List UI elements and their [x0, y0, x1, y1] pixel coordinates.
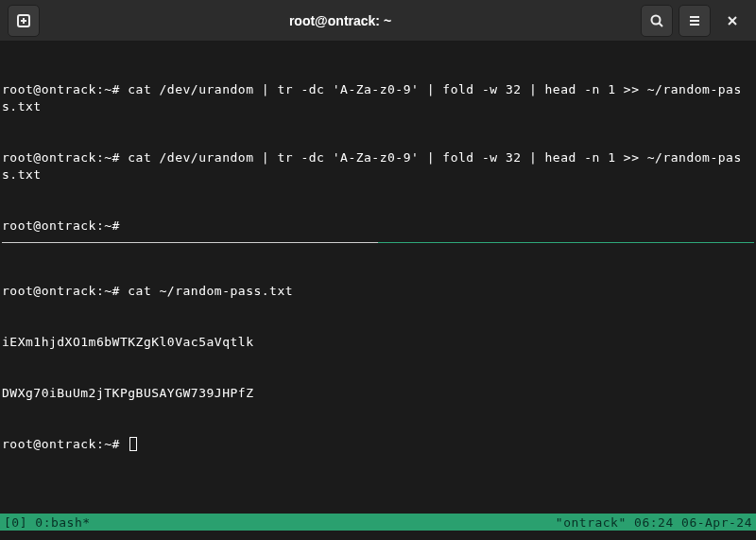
- prompt: root@ontrack:~#: [2, 150, 128, 165]
- menu-button[interactable]: [679, 5, 711, 37]
- command-line: root@ontrack:~# cat ~/random-pass.txt: [2, 283, 754, 300]
- current-prompt-line: root@ontrack:~#: [2, 436, 754, 453]
- pane-divider-active: [2, 242, 378, 243]
- prompt: root@ontrack:~#: [2, 437, 128, 451]
- close-icon: [726, 14, 739, 27]
- tmux-pane-bottom[interactable]: root@ontrack:~# cat ~/random-pass.txt iE…: [2, 243, 754, 487]
- new-tab-button[interactable]: [8, 5, 40, 37]
- output-line: DWXg70iBuUm2jTKPgBUSAYGW739JHPfZ: [2, 385, 754, 402]
- terminal-area[interactable]: root@ontrack:~# cat /dev/urandom | tr -d…: [0, 42, 756, 540]
- tmux-pane-divider[interactable]: [2, 242, 754, 243]
- titlebar: root@ontrack: ~: [0, 0, 756, 42]
- titlebar-left: [8, 5, 40, 37]
- window-title: root@ontrack: ~: [40, 13, 641, 28]
- svg-point-3: [652, 15, 661, 24]
- statusbar-left: [0] 0:bash*: [4, 515, 556, 530]
- command-line: root@ontrack:~# cat /dev/urandom | tr -d…: [2, 81, 754, 115]
- plus-box-icon: [16, 13, 31, 28]
- output-line: iEXm1hjdXO1m6bWTKZgKl0Vac5aVqtlk: [2, 334, 754, 351]
- pane-divider-inactive: [378, 242, 754, 243]
- tmux-statusbar: [0] 0:bash* "ontrack" 06:24 06-Apr-24: [0, 514, 756, 531]
- titlebar-right: [641, 5, 748, 37]
- hamburger-icon: [687, 13, 702, 28]
- close-button[interactable]: [716, 5, 748, 37]
- command-line: root@ontrack:~# cat /dev/urandom | tr -d…: [2, 149, 754, 183]
- tmux-pane-top[interactable]: root@ontrack:~# cat /dev/urandom | tr -d…: [2, 47, 754, 242]
- prompt: root@ontrack:~#: [2, 218, 128, 233]
- prompt: root@ontrack:~#: [2, 82, 128, 96]
- search-button[interactable]: [641, 5, 673, 37]
- prompt: root@ontrack:~#: [2, 284, 128, 298]
- cursor: [129, 437, 137, 451]
- terminal-content: root@ontrack:~# cat /dev/urandom | tr -d…: [0, 42, 756, 540]
- command-line: root@ontrack:~#: [2, 218, 754, 235]
- command-text: cat ~/random-pass.txt: [128, 284, 293, 298]
- search-icon: [649, 13, 664, 28]
- svg-line-4: [660, 23, 663, 26]
- statusbar-right: "ontrack" 06:24 06-Apr-24: [556, 515, 752, 530]
